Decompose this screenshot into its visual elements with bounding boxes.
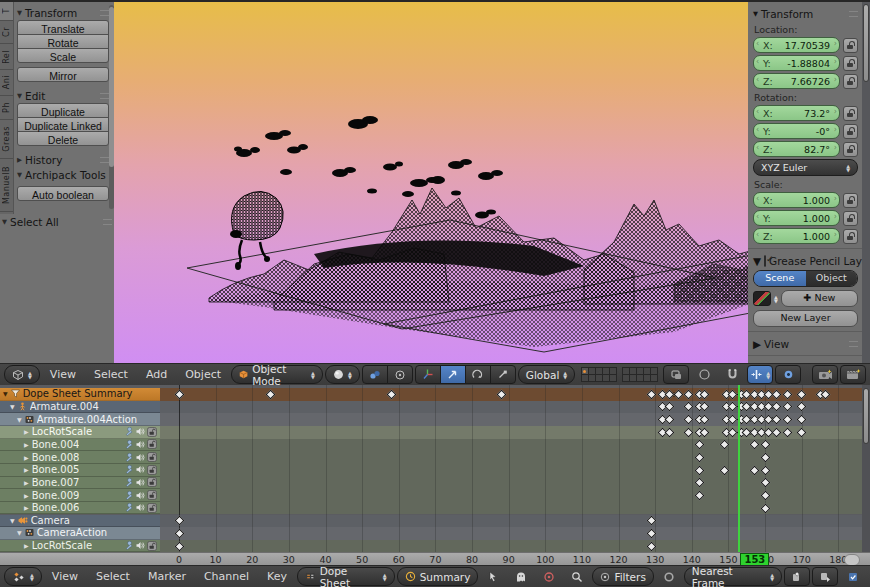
orientation-dropdown[interactable]: Global ▲▼ (518, 365, 575, 384)
collapse-triangle-icon[interactable]: ▼ (2, 218, 7, 226)
editor-type-button[interactable]: ▲▼ (4, 567, 42, 586)
speaker-icon[interactable] (136, 453, 145, 462)
keyframe-diamond[interactable] (782, 427, 792, 437)
keyframe-diamond[interactable] (700, 415, 710, 425)
collapse-triangle-icon[interactable]: ▼ (17, 92, 22, 100)
lock-icon[interactable] (147, 477, 157, 487)
tab-create[interactable]: Cr (0, 21, 13, 44)
tool-shelf-scrollbar[interactable] (109, 5, 114, 209)
pivot-align-icon[interactable] (387, 365, 413, 384)
keyframe-diamond[interactable] (387, 389, 397, 399)
rotate-button[interactable]: Rotate (17, 34, 109, 49)
keyframe-area[interactable] (160, 385, 862, 552)
collapse-triangle-icon[interactable]: ▼ (10, 517, 15, 524)
keyframe-diamond[interactable] (694, 453, 704, 463)
keyframe-diamond[interactable] (771, 402, 781, 412)
lock-icon[interactable] (843, 106, 858, 121)
collapse-triangle-icon[interactable]: ▼ (10, 403, 15, 410)
menu-channel[interactable]: Channel (196, 570, 257, 583)
lock-icon[interactable] (147, 541, 157, 551)
speaker-icon[interactable] (136, 541, 145, 550)
panel-drag-dots[interactable] (103, 219, 112, 225)
expand-triangle-icon[interactable]: ▶ (24, 479, 29, 486)
wrench-icon[interactable] (125, 453, 134, 462)
wrench-icon[interactable] (125, 491, 134, 500)
pivot-point-icon[interactable] (362, 365, 388, 384)
scale-y-field[interactable]: Y:1.000 (753, 210, 840, 226)
layer-toggle[interactable] (609, 374, 617, 382)
auto-boolean-button[interactable]: Auto boolean (17, 186, 109, 201)
cursor-tool-icon[interactable] (480, 567, 506, 586)
channel-row-armature-004[interactable]: ▼Armature.004 (0, 401, 160, 414)
keyframe-diamond[interactable] (683, 415, 693, 425)
collapse-triangle-icon[interactable]: ▼ (17, 171, 22, 179)
location-z-field[interactable]: Z:7.66726 (753, 73, 840, 89)
speaker-icon[interactable] (136, 478, 145, 487)
collapse-triangle-icon[interactable]: ▼ (17, 416, 22, 423)
channel-row-bone-009[interactable]: ▶Bone.009 (0, 489, 160, 502)
menu-select[interactable]: Select (88, 570, 138, 583)
target-icon[interactable] (536, 567, 562, 586)
paste-keyframes-icon[interactable] (812, 567, 838, 586)
wrench-icon[interactable] (125, 478, 134, 487)
keyframe-diamond[interactable] (694, 465, 704, 475)
keyframe-diamond[interactable] (797, 402, 807, 412)
keyframe-diamond[interactable] (727, 402, 737, 412)
opengl-render-image-icon[interactable] (812, 365, 838, 384)
filter-circle-icon[interactable] (656, 567, 682, 586)
collapse-triangle-icon[interactable]: ▼ (17, 9, 22, 17)
keyframe-diamond[interactable] (760, 453, 770, 463)
opengl-render-anim-icon[interactable] (840, 365, 866, 384)
snap-element-button[interactable]: ▲▼ (747, 365, 773, 384)
channel-row-dope-sheet-summary[interactable]: ▼Dope Sheet Summary (0, 388, 160, 401)
lock-icon[interactable] (843, 193, 858, 208)
keyframe-diamond[interactable] (496, 389, 506, 399)
keyframe-diamond[interactable] (797, 415, 807, 425)
keyframe-diamond[interactable] (720, 440, 730, 450)
tab-object[interactable]: Object (806, 271, 858, 286)
rotation-z-field[interactable]: Z:82.7° (753, 141, 840, 157)
expand-triangle-icon[interactable]: ▶ (24, 492, 29, 499)
keyframe-diamond[interactable] (683, 402, 693, 412)
tab-relations[interactable]: Rel (0, 44, 13, 70)
delete-button[interactable]: Delete (17, 131, 109, 146)
panel-drag-dots[interactable] (100, 10, 109, 16)
keyframe-diamond[interactable] (683, 427, 693, 437)
channel-row-armature-004action[interactable]: ▼Armature.004Action (0, 413, 160, 426)
location-x-field[interactable]: X:17.70539 (753, 37, 840, 53)
manipulator-axes-icon[interactable] (415, 365, 441, 384)
speaker-icon[interactable] (136, 427, 145, 436)
keyframe-diamond[interactable] (665, 402, 675, 412)
lock-icon[interactable] (147, 452, 157, 462)
panel-header-edit[interactable]: ▼ Edit (17, 88, 109, 103)
speaker-icon[interactable] (136, 465, 145, 474)
expand-triangle-icon[interactable]: ▶ (24, 504, 29, 511)
scale-x-field[interactable]: X:1.000 (753, 192, 840, 208)
lock-icon[interactable] (843, 38, 858, 53)
grease-new-button[interactable]: ✚ New (781, 290, 858, 307)
keyframe-diamond[interactable] (771, 389, 781, 399)
keyframe-diamond[interactable] (647, 529, 657, 539)
scale-z-field[interactable]: Z:1.000 (753, 228, 840, 244)
keyframe-diamond[interactable] (782, 389, 792, 399)
keyframe-diamond[interactable] (760, 478, 770, 488)
keyframe-diamond[interactable] (700, 402, 710, 412)
wrench-icon[interactable] (125, 440, 134, 449)
panel-header-select-all[interactable]: ▼ Select All (2, 214, 112, 229)
lock-icon[interactable] (843, 74, 858, 89)
tab-scene[interactable]: Scene (754, 271, 806, 286)
keyframe-diamond[interactable] (665, 415, 675, 425)
ghost-icon[interactable] (508, 567, 534, 586)
keyframe-diamond[interactable] (694, 440, 704, 450)
wrench-icon[interactable] (125, 541, 134, 550)
dope-sheet-scrollbar[interactable] (862, 385, 870, 552)
manipulator-rotate-icon[interactable] (465, 365, 491, 384)
lock-icon[interactable] (843, 211, 858, 226)
keyframe-diamond[interactable] (771, 427, 781, 437)
expand-triangle-icon[interactable]: ▶ (24, 441, 29, 448)
lock-icon[interactable] (843, 142, 858, 157)
panel-header-transform-props[interactable]: ▼ Transform (753, 6, 858, 21)
lock-icon[interactable] (147, 490, 157, 500)
viewport-shading-dropdown[interactable]: ▲▼ (325, 365, 360, 384)
channel-row-cameraaction[interactable]: ▼CameraAction (0, 527, 160, 540)
